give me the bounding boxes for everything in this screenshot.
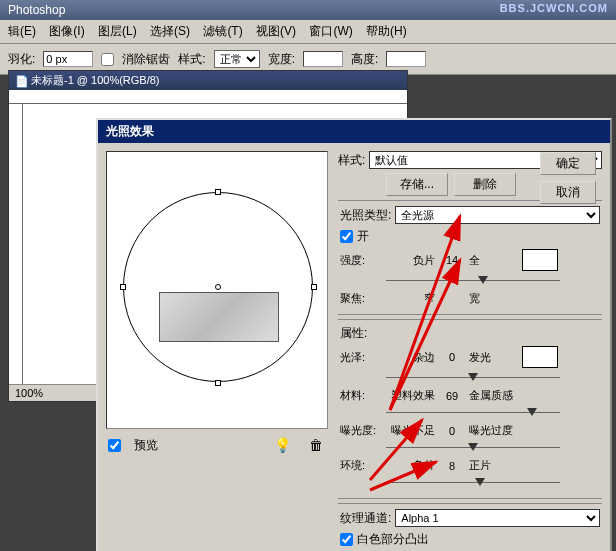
material-label: 材料: bbox=[340, 388, 386, 403]
document-title: 未标题-1 @ 100%(RGB/8) bbox=[31, 73, 160, 88]
properties-label: 属性: bbox=[340, 325, 367, 342]
watermark-top: BBS.JCWCN.COM bbox=[500, 2, 608, 14]
preview-canvas[interactable] bbox=[106, 151, 328, 429]
antialias-checkbox[interactable] bbox=[101, 53, 114, 66]
menubar: 辑(E) 图像(I) 图层(L) 选择(S) 滤镜(T) 视图(V) 窗口(W)… bbox=[0, 20, 616, 44]
material-slider[interactable] bbox=[386, 406, 560, 420]
cancel-button[interactable]: 取消 bbox=[540, 181, 596, 204]
lighting-effects-dialog: 光照效果 预览 💡 🗑 样式: 默认值 bbox=[96, 118, 612, 551]
antialias-label: 消除锯齿 bbox=[122, 51, 170, 68]
height-input[interactable] bbox=[386, 51, 426, 67]
width-label: 宽度: bbox=[268, 51, 295, 68]
menu-help[interactable]: 帮助(H) bbox=[366, 24, 407, 38]
ambient-color-swatch[interactable] bbox=[522, 346, 558, 368]
style-label: 样式: bbox=[178, 51, 205, 68]
ambience-slider[interactable] bbox=[386, 476, 560, 490]
exposure-slider[interactable] bbox=[386, 441, 560, 455]
save-button[interactable]: 存储... bbox=[386, 173, 448, 196]
light-center[interactable] bbox=[215, 284, 221, 290]
light-type-label: 光照类型: bbox=[340, 207, 391, 224]
feather-label: 羽化: bbox=[8, 51, 35, 68]
texture-channel-label: 纹理通道: bbox=[340, 510, 391, 527]
ruler-horizontal bbox=[9, 90, 407, 104]
lightbulb-icon[interactable]: 💡 bbox=[270, 435, 294, 455]
menu-edit[interactable]: 辑(E) bbox=[8, 24, 36, 38]
intensity-slider[interactable] bbox=[386, 274, 560, 288]
exposure-label: 曝光度: bbox=[340, 423, 386, 438]
gloss-label: 光泽: bbox=[340, 350, 386, 365]
focus-label: 聚焦: bbox=[340, 291, 386, 306]
menu-window[interactable]: 窗口(W) bbox=[309, 24, 352, 38]
preview-image bbox=[159, 292, 279, 342]
light-on-label: 开 bbox=[357, 228, 369, 245]
feather-input[interactable] bbox=[43, 51, 93, 67]
style-select[interactable]: 正常 bbox=[214, 50, 260, 68]
controls-panel: 样式: 默认值 存储... 删除 光照类型: 全光源 开 强度: 负片 bbox=[338, 151, 602, 551]
preview-checkbox[interactable] bbox=[108, 439, 121, 452]
intensity-label: 强度: bbox=[340, 253, 386, 268]
document-titlebar[interactable]: 📄 未标题-1 @ 100%(RGB/8) bbox=[9, 71, 407, 90]
preview-label: 预览 bbox=[134, 437, 158, 454]
document-icon: 📄 bbox=[15, 75, 27, 87]
style-group-label: 样式: bbox=[338, 152, 365, 169]
light-handle[interactable] bbox=[311, 284, 317, 290]
app-title: Photoshop bbox=[8, 3, 65, 17]
delete-button[interactable]: 删除 bbox=[454, 173, 516, 196]
texture-channel-select[interactable]: Alpha 1 bbox=[395, 509, 600, 527]
ruler-vertical bbox=[9, 104, 23, 384]
light-handle[interactable] bbox=[215, 380, 221, 386]
light-on-checkbox[interactable] bbox=[340, 230, 353, 243]
menu-view[interactable]: 视图(V) bbox=[256, 24, 296, 38]
white-is-high-checkbox[interactable] bbox=[340, 533, 353, 546]
light-handle[interactable] bbox=[120, 284, 126, 290]
height-label: 高度: bbox=[351, 51, 378, 68]
white-is-high-label: 白色部分凸出 bbox=[357, 531, 429, 548]
preview-panel: 预览 💡 🗑 bbox=[106, 151, 330, 551]
ok-button[interactable]: 确定 bbox=[540, 152, 596, 175]
menu-layer[interactable]: 图层(L) bbox=[98, 24, 137, 38]
light-handle[interactable] bbox=[215, 189, 221, 195]
menu-image[interactable]: 图像(I) bbox=[49, 24, 84, 38]
trash-icon[interactable]: 🗑 bbox=[304, 435, 328, 455]
menu-filter[interactable]: 滤镜(T) bbox=[203, 24, 242, 38]
width-input[interactable] bbox=[303, 51, 343, 67]
light-type-select[interactable]: 全光源 bbox=[395, 206, 600, 224]
dialog-title[interactable]: 光照效果 bbox=[98, 120, 610, 143]
gloss-slider[interactable] bbox=[386, 371, 560, 385]
app-titlebar: Photoshop BBS.JCWCN.COM bbox=[0, 0, 616, 20]
ambience-label: 环境: bbox=[340, 458, 386, 473]
menu-select[interactable]: 选择(S) bbox=[150, 24, 190, 38]
zoom-level[interactable]: 100% bbox=[15, 387, 43, 399]
light-color-swatch[interactable] bbox=[522, 249, 558, 271]
